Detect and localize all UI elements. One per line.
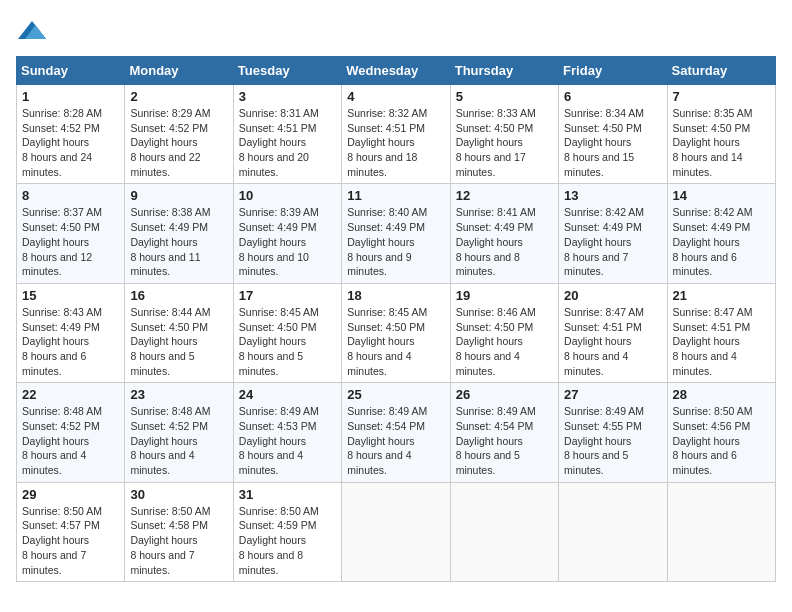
calendar-day-cell: 22Sunrise: 8:48 AMSunset: 4:52 PMDayligh… (17, 383, 125, 482)
day-info: Sunrise: 8:35 AMSunset: 4:50 PMDaylight … (673, 106, 770, 179)
calendar-day-cell: 31Sunrise: 8:50 AMSunset: 4:59 PMDayligh… (233, 482, 341, 581)
header (16, 16, 776, 48)
calendar-day-cell: 5Sunrise: 8:33 AMSunset: 4:50 PMDaylight… (450, 85, 558, 184)
day-info: Sunrise: 8:47 AMSunset: 4:51 PMDaylight … (673, 305, 770, 378)
day-number: 3 (239, 89, 336, 104)
day-number: 2 (130, 89, 227, 104)
day-info: Sunrise: 8:37 AMSunset: 4:50 PMDaylight … (22, 205, 119, 278)
day-info: Sunrise: 8:38 AMSunset: 4:49 PMDaylight … (130, 205, 227, 278)
day-number: 15 (22, 288, 119, 303)
calendar-week-row: 1Sunrise: 8:28 AMSunset: 4:52 PMDaylight… (17, 85, 776, 184)
day-number: 1 (22, 89, 119, 104)
logo (16, 16, 46, 48)
calendar-day-cell: 26Sunrise: 8:49 AMSunset: 4:54 PMDayligh… (450, 383, 558, 482)
day-number: 26 (456, 387, 553, 402)
calendar-day-cell: 1Sunrise: 8:28 AMSunset: 4:52 PMDaylight… (17, 85, 125, 184)
day-number: 18 (347, 288, 444, 303)
day-number: 23 (130, 387, 227, 402)
calendar-day-cell: 7Sunrise: 8:35 AMSunset: 4:50 PMDaylight… (667, 85, 775, 184)
day-info: Sunrise: 8:50 AMSunset: 4:57 PMDaylight … (22, 504, 119, 577)
day-info: Sunrise: 8:44 AMSunset: 4:50 PMDaylight … (130, 305, 227, 378)
day-info: Sunrise: 8:50 AMSunset: 4:58 PMDaylight … (130, 504, 227, 577)
day-info: Sunrise: 8:49 AMSunset: 4:54 PMDaylight … (456, 404, 553, 477)
day-info: Sunrise: 8:48 AMSunset: 4:52 PMDaylight … (22, 404, 119, 477)
calendar-day-cell: 16Sunrise: 8:44 AMSunset: 4:50 PMDayligh… (125, 283, 233, 382)
day-number: 8 (22, 188, 119, 203)
calendar-day-cell: 23Sunrise: 8:48 AMSunset: 4:52 PMDayligh… (125, 383, 233, 482)
calendar-day-cell (342, 482, 450, 581)
day-of-week-header: Wednesday (342, 57, 450, 85)
day-number: 21 (673, 288, 770, 303)
calendar-header-row: SundayMondayTuesdayWednesdayThursdayFrid… (17, 57, 776, 85)
day-of-week-header: Sunday (17, 57, 125, 85)
day-number: 12 (456, 188, 553, 203)
day-number: 4 (347, 89, 444, 104)
day-of-week-header: Monday (125, 57, 233, 85)
day-number: 30 (130, 487, 227, 502)
calendar-day-cell: 6Sunrise: 8:34 AMSunset: 4:50 PMDaylight… (559, 85, 667, 184)
day-info: Sunrise: 8:33 AMSunset: 4:50 PMDaylight … (456, 106, 553, 179)
day-number: 28 (673, 387, 770, 402)
day-info: Sunrise: 8:48 AMSunset: 4:52 PMDaylight … (130, 404, 227, 477)
calendar-day-cell: 4Sunrise: 8:32 AMSunset: 4:51 PMDaylight… (342, 85, 450, 184)
day-info: Sunrise: 8:43 AMSunset: 4:49 PMDaylight … (22, 305, 119, 378)
calendar-week-row: 29Sunrise: 8:50 AMSunset: 4:57 PMDayligh… (17, 482, 776, 581)
day-number: 13 (564, 188, 661, 203)
calendar-week-row: 15Sunrise: 8:43 AMSunset: 4:49 PMDayligh… (17, 283, 776, 382)
day-number: 6 (564, 89, 661, 104)
calendar-day-cell: 13Sunrise: 8:42 AMSunset: 4:49 PMDayligh… (559, 184, 667, 283)
calendar-day-cell: 28Sunrise: 8:50 AMSunset: 4:56 PMDayligh… (667, 383, 775, 482)
day-number: 10 (239, 188, 336, 203)
day-number: 17 (239, 288, 336, 303)
day-info: Sunrise: 8:28 AMSunset: 4:52 PMDaylight … (22, 106, 119, 179)
calendar-day-cell: 19Sunrise: 8:46 AMSunset: 4:50 PMDayligh… (450, 283, 558, 382)
day-info: Sunrise: 8:42 AMSunset: 4:49 PMDaylight … (564, 205, 661, 278)
calendar-day-cell: 18Sunrise: 8:45 AMSunset: 4:50 PMDayligh… (342, 283, 450, 382)
day-number: 31 (239, 487, 336, 502)
day-info: Sunrise: 8:47 AMSunset: 4:51 PMDaylight … (564, 305, 661, 378)
day-of-week-header: Thursday (450, 57, 558, 85)
calendar-day-cell: 20Sunrise: 8:47 AMSunset: 4:51 PMDayligh… (559, 283, 667, 382)
calendar-day-cell: 8Sunrise: 8:37 AMSunset: 4:50 PMDaylight… (17, 184, 125, 283)
calendar-week-row: 8Sunrise: 8:37 AMSunset: 4:50 PMDaylight… (17, 184, 776, 283)
calendar-day-cell: 17Sunrise: 8:45 AMSunset: 4:50 PMDayligh… (233, 283, 341, 382)
calendar-table: SundayMondayTuesdayWednesdayThursdayFrid… (16, 56, 776, 582)
calendar-day-cell (559, 482, 667, 581)
day-number: 20 (564, 288, 661, 303)
day-number: 7 (673, 89, 770, 104)
calendar-day-cell (667, 482, 775, 581)
day-number: 9 (130, 188, 227, 203)
calendar-day-cell: 14Sunrise: 8:42 AMSunset: 4:49 PMDayligh… (667, 184, 775, 283)
calendar-day-cell: 27Sunrise: 8:49 AMSunset: 4:55 PMDayligh… (559, 383, 667, 482)
day-info: Sunrise: 8:45 AMSunset: 4:50 PMDaylight … (347, 305, 444, 378)
day-info: Sunrise: 8:32 AMSunset: 4:51 PMDaylight … (347, 106, 444, 179)
day-info: Sunrise: 8:45 AMSunset: 4:50 PMDaylight … (239, 305, 336, 378)
day-info: Sunrise: 8:46 AMSunset: 4:50 PMDaylight … (456, 305, 553, 378)
calendar-day-cell: 10Sunrise: 8:39 AMSunset: 4:49 PMDayligh… (233, 184, 341, 283)
calendar-day-cell: 2Sunrise: 8:29 AMSunset: 4:52 PMDaylight… (125, 85, 233, 184)
day-info: Sunrise: 8:50 AMSunset: 4:59 PMDaylight … (239, 504, 336, 577)
day-of-week-header: Friday (559, 57, 667, 85)
day-of-week-header: Tuesday (233, 57, 341, 85)
day-number: 5 (456, 89, 553, 104)
calendar-day-cell: 12Sunrise: 8:41 AMSunset: 4:49 PMDayligh… (450, 184, 558, 283)
day-info: Sunrise: 8:49 AMSunset: 4:54 PMDaylight … (347, 404, 444, 477)
day-info: Sunrise: 8:29 AMSunset: 4:52 PMDaylight … (130, 106, 227, 179)
calendar-day-cell: 21Sunrise: 8:47 AMSunset: 4:51 PMDayligh… (667, 283, 775, 382)
day-number: 27 (564, 387, 661, 402)
calendar-day-cell: 11Sunrise: 8:40 AMSunset: 4:49 PMDayligh… (342, 184, 450, 283)
day-info: Sunrise: 8:50 AMSunset: 4:56 PMDaylight … (673, 404, 770, 477)
day-number: 14 (673, 188, 770, 203)
logo-icon (18, 16, 46, 44)
calendar-day-cell: 25Sunrise: 8:49 AMSunset: 4:54 PMDayligh… (342, 383, 450, 482)
calendar-day-cell (450, 482, 558, 581)
day-info: Sunrise: 8:40 AMSunset: 4:49 PMDaylight … (347, 205, 444, 278)
day-number: 19 (456, 288, 553, 303)
calendar-day-cell: 3Sunrise: 8:31 AMSunset: 4:51 PMDaylight… (233, 85, 341, 184)
day-info: Sunrise: 8:42 AMSunset: 4:49 PMDaylight … (673, 205, 770, 278)
calendar-day-cell: 15Sunrise: 8:43 AMSunset: 4:49 PMDayligh… (17, 283, 125, 382)
day-number: 22 (22, 387, 119, 402)
calendar-day-cell: 29Sunrise: 8:50 AMSunset: 4:57 PMDayligh… (17, 482, 125, 581)
calendar-day-cell: 30Sunrise: 8:50 AMSunset: 4:58 PMDayligh… (125, 482, 233, 581)
calendar-day-cell: 9Sunrise: 8:38 AMSunset: 4:49 PMDaylight… (125, 184, 233, 283)
